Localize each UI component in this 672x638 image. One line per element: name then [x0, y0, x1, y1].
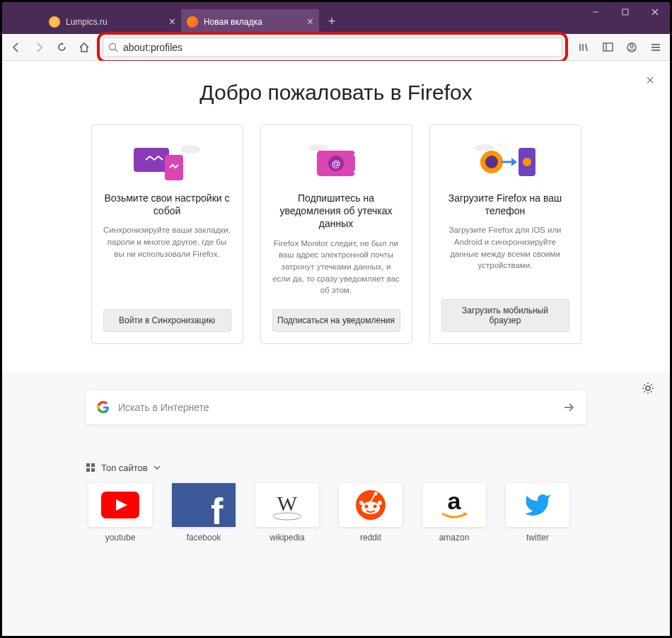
home-button[interactable]: [74, 37, 94, 57]
site-twitter[interactable]: twitter: [503, 483, 572, 543]
close-icon[interactable]: ×: [307, 16, 313, 28]
arrow-right-icon[interactable]: [562, 401, 575, 414]
sync-illustration: [128, 138, 206, 183]
card-title: Возьмите свои настройки с собой: [103, 192, 231, 217]
tab-newtab[interactable]: Новая вкладка ×: [181, 9, 319, 34]
url-input[interactable]: [103, 37, 562, 57]
svg-rect-49: [172, 483, 236, 527]
close-icon[interactable]: ×: [169, 16, 175, 28]
svg-point-24: [358, 153, 361, 156]
close-icon[interactable]: ×: [646, 72, 654, 88]
forward-button[interactable]: [29, 37, 49, 57]
minimize-button[interactable]: [581, 2, 610, 22]
svg-rect-1: [622, 9, 628, 15]
card-desc: Firefox Monitor следит, не был ли ваш ад…: [272, 238, 400, 296]
tab-favicon: [187, 16, 198, 28]
svg-line-5: [115, 49, 118, 52]
library-icon[interactable]: [574, 37, 593, 57]
welcome-panel: × Добро пожаловать в Firefox Возьмите св…: [2, 61, 670, 372]
site-amazon[interactable]: a amazon: [419, 483, 489, 543]
card-sync: Возьмите свои настройки с собой Синхрони…: [91, 124, 243, 344]
card-monitor: @ Подпишитесь на уведомления об утечках …: [260, 124, 412, 344]
svg-line-8: [586, 44, 587, 51]
site-label: youtube: [105, 533, 136, 543]
svg-point-56: [373, 504, 377, 508]
svg-point-4: [110, 43, 116, 50]
svg-point-12: [630, 45, 633, 47]
menu-icon[interactable]: [646, 37, 666, 57]
card-monitor-button[interactable]: Подписаться на уведомления: [272, 309, 400, 332]
back-button[interactable]: [6, 37, 26, 57]
site-reddit[interactable]: reddit: [336, 483, 405, 543]
svg-line-41: [651, 384, 652, 385]
account-icon[interactable]: [622, 37, 642, 57]
site-wikipedia[interactable]: W wikipedia: [253, 483, 322, 543]
svg-rect-43: [86, 463, 90, 467]
gear-icon[interactable]: [642, 382, 654, 395]
svg-line-40: [651, 391, 652, 393]
tab-title: Новая вкладка: [204, 17, 262, 27]
welcome-title: Добро пожаловать в Firefox: [30, 81, 642, 105]
card-title: Загрузите Firefox на ваш телефон: [441, 192, 569, 217]
svg-point-58: [378, 501, 382, 505]
tab-favicon: [49, 16, 60, 28]
site-youtube[interactable]: youtube: [86, 483, 155, 543]
topsites-label: Топ сайтов: [101, 463, 148, 473]
site-label: reddit: [360, 533, 381, 543]
window-controls: [581, 2, 670, 22]
svg-point-31: [485, 156, 498, 168]
grid-icon: [86, 463, 95, 472]
card-title: Подпишитесь на уведомления об утечках да…: [272, 192, 400, 231]
urlbar-container: [103, 37, 562, 57]
svg-point-57: [359, 501, 364, 505]
svg-line-42: [644, 391, 646, 393]
svg-point-55: [365, 504, 369, 508]
site-label: wikipedia: [270, 533, 304, 543]
maximize-button[interactable]: [610, 2, 640, 22]
svg-rect-16: [134, 148, 169, 172]
site-label: facebook: [187, 533, 221, 543]
search-input[interactable]: [118, 402, 562, 413]
svg-point-29: [475, 144, 494, 151]
topsites-header[interactable]: Топ сайтов: [86, 463, 586, 473]
titlebar: Lumpics.ru × Новая вкладка × +: [2, 2, 670, 34]
svg-point-23: [354, 153, 357, 156]
search-box[interactable]: [86, 390, 586, 424]
svg-rect-45: [86, 468, 90, 472]
svg-rect-9: [603, 43, 613, 51]
svg-point-26: [354, 170, 357, 173]
svg-text:a: a: [448, 489, 462, 514]
svg-point-33: [523, 158, 531, 166]
newtab-lower: Топ сайтов youtube f facebook W wikipedi…: [2, 372, 670, 557]
svg-point-18: [180, 145, 200, 153]
navbar: [2, 34, 670, 61]
svg-text:W: W: [277, 492, 298, 515]
site-label: twitter: [526, 533, 549, 543]
reload-button[interactable]: [52, 37, 71, 57]
svg-text:@: @: [331, 158, 340, 169]
svg-point-25: [362, 153, 365, 156]
svg-text:f: f: [211, 491, 224, 527]
google-icon: [97, 401, 110, 414]
svg-point-27: [358, 170, 361, 173]
monitor-illustration: @: [297, 138, 375, 183]
welcome-cards: Возьмите свои настройки с собой Синхрони…: [30, 124, 642, 344]
navbar-right-icons: [574, 37, 666, 57]
chevron-down-icon: [153, 464, 161, 471]
new-tab-button[interactable]: +: [322, 12, 342, 32]
card-sync-button[interactable]: Войти в Синхронизацию: [103, 309, 231, 332]
tab-title: Lumpics.ru: [66, 17, 108, 27]
site-facebook[interactable]: f facebook: [169, 483, 238, 543]
sidebar-icon[interactable]: [598, 37, 618, 57]
svg-rect-44: [91, 463, 95, 467]
svg-point-19: [308, 144, 328, 151]
close-window-button[interactable]: [640, 2, 670, 22]
card-mobile-button[interactable]: Загрузить мобильный браузер: [441, 299, 569, 332]
svg-rect-17: [165, 155, 183, 180]
site-label: amazon: [439, 533, 470, 543]
search-icon: [108, 42, 118, 52]
card-desc: Синхронизируйте ваши закладки, пароли и …: [103, 224, 231, 296]
svg-line-39: [644, 384, 646, 385]
svg-rect-46: [91, 468, 95, 472]
tab-lumpics[interactable]: Lumpics.ru ×: [43, 9, 181, 34]
